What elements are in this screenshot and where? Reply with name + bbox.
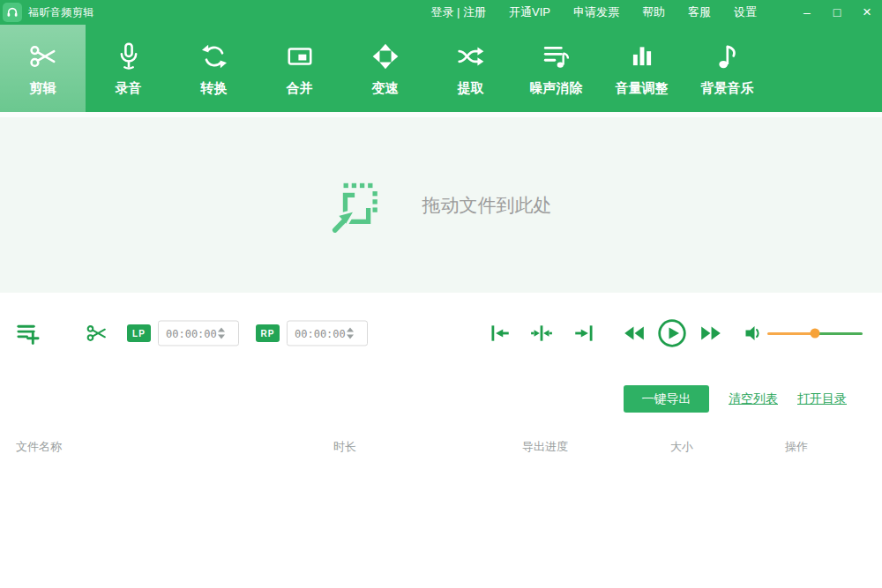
right-point-badge[interactable]: RP bbox=[256, 324, 280, 342]
tab-label: 背景音乐 bbox=[701, 80, 754, 97]
drop-zone-hint-text: 拖动文件到此处 bbox=[422, 193, 552, 218]
column-header-export-progress: 导出进度 bbox=[522, 439, 568, 455]
seek-start-icon bbox=[489, 322, 512, 345]
app-window: 福昕音频剪辑 登录 | 注册 开通VIP 申请发票 帮助 客服 设置 – □ × bbox=[0, 0, 882, 588]
fast-forward-icon bbox=[699, 322, 722, 345]
seek-to-end-button[interactable] bbox=[572, 322, 595, 345]
app-title: 福昕音频剪辑 bbox=[28, 5, 94, 20]
left-point-badge[interactable]: LP bbox=[127, 324, 151, 342]
file-drop-zone[interactable]: 拖动文件到此处 bbox=[0, 117, 882, 293]
export-actions-row: 一键导出 清空列表 打开目录 bbox=[0, 385, 882, 413]
toolbar: 剪辑 录音 转换 bbox=[0, 25, 882, 112]
rewind-button[interactable] bbox=[623, 322, 646, 345]
volume-track-filled bbox=[767, 332, 815, 335]
column-header-operation: 操作 bbox=[785, 439, 808, 455]
seek-end-icon bbox=[572, 322, 595, 345]
scissors-icon bbox=[28, 41, 58, 72]
tab-record[interactable]: 录音 bbox=[86, 25, 171, 112]
open-folder-link[interactable]: 打开目录 bbox=[797, 391, 847, 407]
play-button[interactable] bbox=[657, 318, 687, 348]
cut-button[interactable] bbox=[86, 323, 108, 345]
playback-controls-bar: LP RP bbox=[0, 314, 882, 353]
speed-icon bbox=[370, 41, 400, 72]
volume-slider[interactable] bbox=[767, 327, 863, 339]
add-list-icon bbox=[16, 322, 40, 346]
add-to-list-button[interactable] bbox=[16, 322, 40, 346]
tab-label: 剪辑 bbox=[30, 80, 56, 97]
tab-clip[interactable]: 剪辑 bbox=[0, 25, 86, 112]
right-point-time-field bbox=[287, 321, 368, 346]
spinner-up-icon[interactable] bbox=[347, 328, 354, 332]
speaker-icon bbox=[744, 324, 763, 343]
menu-request-invoice[interactable]: 申请发票 bbox=[573, 4, 619, 20]
minimize-button[interactable]: – bbox=[792, 0, 822, 25]
music-note-icon bbox=[713, 41, 743, 72]
microphone-icon bbox=[114, 41, 144, 72]
column-header-size: 大小 bbox=[670, 439, 693, 455]
convert-arrows-icon bbox=[199, 41, 229, 72]
rewind-icon bbox=[623, 322, 646, 345]
tab-speed[interactable]: 变速 bbox=[342, 25, 428, 112]
titlebar: 福昕音频剪辑 登录 | 注册 开通VIP 申请发票 帮助 客服 设置 – □ × bbox=[0, 0, 882, 25]
tab-label: 合并 bbox=[287, 80, 313, 97]
tab-convert[interactable]: 转换 bbox=[171, 25, 257, 112]
window-controls: – □ × bbox=[792, 0, 882, 25]
fast-forward-button[interactable] bbox=[699, 322, 722, 345]
export-all-button[interactable]: 一键导出 bbox=[624, 385, 709, 413]
volume-slider-thumb[interactable] bbox=[811, 329, 820, 339]
menu-open-vip[interactable]: 开通VIP bbox=[509, 4, 550, 20]
left-point-time-input[interactable] bbox=[159, 327, 217, 339]
tab-label: 噪声消除 bbox=[530, 80, 583, 97]
playlist-note-icon bbox=[542, 41, 572, 72]
tab-merge[interactable]: 合并 bbox=[257, 25, 342, 112]
spinner-down-icon[interactable] bbox=[347, 335, 354, 339]
menu-help[interactable]: 帮助 bbox=[642, 4, 665, 20]
file-table-header: 文件名称 时长 导出进度 大小 操作 bbox=[0, 439, 882, 455]
volume-track-empty bbox=[815, 332, 863, 335]
volume-button[interactable] bbox=[744, 324, 763, 343]
menu-customer-service[interactable]: 客服 bbox=[688, 4, 711, 20]
tab-volume-adjust[interactable]: 音量调整 bbox=[599, 25, 684, 112]
right-point-time-input[interactable] bbox=[288, 327, 346, 339]
play-icon bbox=[657, 318, 687, 348]
app-logo-headphones-icon bbox=[3, 3, 22, 22]
menu-settings[interactable]: 设置 bbox=[734, 4, 757, 20]
seek-to-marker-button[interactable] bbox=[530, 322, 553, 345]
left-point-time-field bbox=[158, 321, 239, 346]
right-point-spinner bbox=[347, 328, 354, 339]
tab-background-music[interactable]: 背景音乐 bbox=[684, 25, 770, 112]
column-header-filename: 文件名称 bbox=[16, 439, 62, 455]
tab-extract[interactable]: 提取 bbox=[428, 25, 513, 112]
tab-noise-removal[interactable]: 噪声消除 bbox=[513, 25, 599, 112]
left-point-spinner bbox=[218, 328, 225, 339]
shuffle-extract-icon bbox=[456, 41, 486, 72]
merge-icon bbox=[285, 41, 315, 72]
tab-label: 音量调整 bbox=[616, 80, 669, 97]
drop-files-icon bbox=[331, 178, 385, 233]
tab-label: 变速 bbox=[372, 80, 399, 97]
spinner-up-icon[interactable] bbox=[218, 328, 225, 332]
seek-to-start-button[interactable] bbox=[489, 322, 512, 345]
tab-label: 转换 bbox=[201, 80, 228, 97]
maximize-button[interactable]: □ bbox=[822, 0, 852, 25]
tab-label: 提取 bbox=[458, 80, 484, 97]
close-button[interactable]: × bbox=[852, 0, 882, 25]
titlebar-menu: 登录 | 注册 开通VIP 申请发票 帮助 客服 设置 bbox=[430, 4, 757, 20]
clear-list-link[interactable]: 清空列表 bbox=[729, 391, 778, 407]
spinner-down-icon[interactable] bbox=[218, 335, 225, 339]
column-header-duration: 时长 bbox=[333, 439, 356, 455]
tab-label: 录音 bbox=[116, 80, 142, 97]
seek-center-icon bbox=[530, 322, 553, 345]
menu-login-register[interactable]: 登录 | 注册 bbox=[430, 4, 486, 20]
volume-bars-icon bbox=[627, 41, 657, 72]
scissors-icon bbox=[86, 323, 108, 345]
